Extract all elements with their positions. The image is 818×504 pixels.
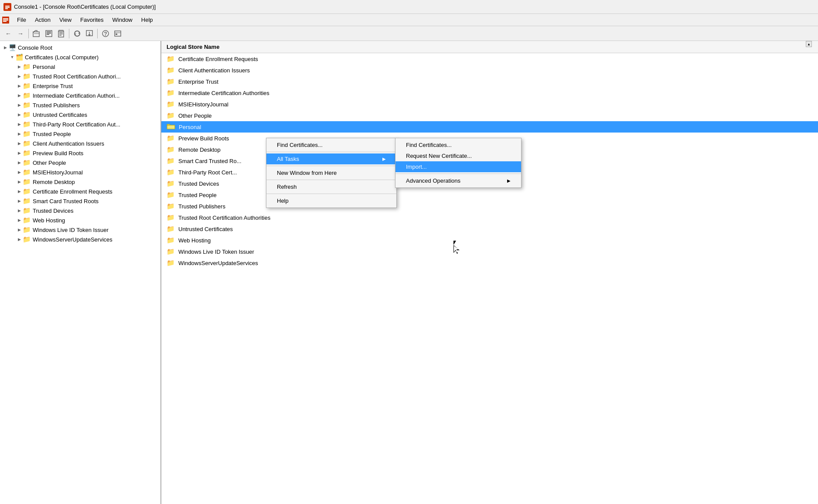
- ctx2-advanced-ops[interactable]: Advanced Operations ▶: [395, 175, 521, 186]
- tree-msie-history[interactable]: ▶ 📁 MSIEHistoryJournal: [0, 167, 160, 177]
- expand-wsus[interactable]: ▶: [16, 236, 23, 243]
- help-button[interactable]: ?: [100, 28, 111, 39]
- tree-wsus[interactable]: ▶ 📁 WindowsServerUpdateServices: [0, 235, 160, 244]
- expand-trusted-root[interactable]: ▶: [16, 73, 23, 80]
- right-list-personal[interactable]: Personal: [161, 121, 818, 133]
- export-button[interactable]: [84, 28, 95, 39]
- tree-trusted-publishers[interactable]: ▶ 📁 Trusted Publishers: [0, 100, 160, 110]
- svg-rect-7: [3, 21, 7, 22]
- ctx-refresh[interactable]: Refresh: [266, 181, 396, 192]
- tree-trusted-devices[interactable]: ▶ 📁 Trusted Devices: [0, 206, 160, 215]
- expand-console-root[interactable]: ▶: [2, 44, 9, 51]
- svg-rect-15: [59, 32, 63, 33]
- console-button[interactable]: [112, 28, 123, 39]
- clipboard-button[interactable]: [55, 28, 67, 39]
- back-button[interactable]: ←: [3, 28, 14, 39]
- certificates-label: Certificates (Local Computer): [25, 54, 99, 61]
- menu-action[interactable]: Action: [31, 15, 55, 25]
- tree-untrusted-certs[interactable]: ▶ 📁 Untrusted Certificates: [0, 110, 160, 119]
- expand-personal[interactable]: ▶: [16, 63, 23, 70]
- expand-trusted-devices[interactable]: ▶: [16, 207, 23, 214]
- tree-remote-desktop[interactable]: ▶ 📁 Remote Desktop: [0, 177, 160, 187]
- ctx-separator-4: [266, 194, 396, 194]
- ctx-separator-3: [266, 180, 396, 180]
- expand-remote-desktop[interactable]: ▶: [16, 178, 23, 185]
- scroll-up-button[interactable]: ▲: [806, 41, 812, 47]
- folder-icon-trusted-devices: 📁: [167, 180, 175, 187]
- tree-trusted-publishers-label: Trusted Publishers: [33, 102, 80, 109]
- menu-window[interactable]: Window: [109, 15, 136, 25]
- ctx2-import[interactable]: Import...: [395, 161, 521, 172]
- tree-enterprise-trust[interactable]: ▶ 📁 Enterprise Trust: [0, 81, 160, 91]
- folder-icon-third-party: 📁: [167, 168, 175, 176]
- expand-windows-live-id[interactable]: ▶: [16, 226, 23, 233]
- ctx-new-window[interactable]: New Window from Here: [266, 167, 396, 178]
- tree-other-people[interactable]: ▶ 📁 Other People: [0, 158, 160, 167]
- tree-personal[interactable]: ▶ 📁 Personal: [0, 62, 160, 72]
- svg-rect-1: [5, 6, 10, 7]
- tree-web-hosting-label: Web Hosting: [33, 217, 65, 224]
- right-list-trusted-publishers[interactable]: 📁 Trusted Publishers: [161, 201, 818, 212]
- expand-cert-enrollment[interactable]: ▶: [16, 188, 23, 195]
- refresh-button[interactable]: [72, 28, 83, 39]
- right-list-client-auth[interactable]: 📁 Client Authentication Issuers: [161, 65, 818, 76]
- ctx2-request-new-cert[interactable]: Request New Certificate...: [395, 150, 521, 161]
- expand-msie-history[interactable]: ▶: [16, 169, 23, 176]
- expand-web-hosting[interactable]: ▶: [16, 217, 23, 224]
- folder-icon-personal-selected: [167, 123, 175, 131]
- tree-client-auth-issuers[interactable]: ▶ 📁 Client Authentication Issuers: [0, 139, 160, 148]
- tree-intermediate-ca[interactable]: ▶ 📁 Intermediate Certification Authori..…: [0, 91, 160, 100]
- right-list-wsus[interactable]: 📁 WindowsServerUpdateServices: [161, 257, 818, 269]
- expand-trusted-people[interactable]: ▶: [16, 130, 23, 137]
- menu-file[interactable]: File: [13, 15, 30, 25]
- right-list-enterprise-trust[interactable]: 📁 Enterprise Trust: [161, 76, 818, 87]
- tree-trusted-people[interactable]: ▶ 📁 Trusted People: [0, 129, 160, 139]
- right-list-msie[interactable]: 📁 MSIEHistoryJournal: [161, 99, 818, 110]
- folder-icon-smart-card: 📁: [167, 157, 175, 165]
- right-list-cert-enrollment[interactable]: 📁 Certificate Enrollment Requests: [161, 53, 818, 65]
- tree-smart-card-trusted-roots[interactable]: ▶ 📁 Smart Card Trusted Roots: [0, 196, 160, 206]
- expand-certificates[interactable]: ▼: [9, 54, 16, 61]
- right-list-other-people[interactable]: 📁 Other People: [161, 110, 818, 121]
- expand-enterprise-trust[interactable]: ▶: [16, 82, 23, 89]
- tree-preview-build-roots[interactable]: ▶ 📁 Preview Build Roots: [0, 148, 160, 158]
- tree-console-root[interactable]: ▶ 🖥️ Console Root: [0, 43, 160, 52]
- tree-web-hosting[interactable]: ▶ 📁 Web Hosting: [0, 215, 160, 225]
- right-list-intermediate-ca[interactable]: 📁 Intermediate Certification Authorities: [161, 87, 818, 99]
- right-list-web-hosting[interactable]: 📁 Web Hosting: [161, 235, 818, 246]
- svg-rect-27: [116, 34, 117, 35]
- ctx-all-tasks[interactable]: All Tasks ▶: [266, 153, 396, 164]
- tree-third-party-root[interactable]: ▶ 📁 Third-Party Root Certification Aut..…: [0, 119, 160, 129]
- ctx2-find-certs[interactable]: Find Certificates...: [395, 140, 521, 150]
- right-list-trusted-root-ca[interactable]: 📁 Trusted Root Certification Authorities: [161, 212, 818, 223]
- tree-windows-live-id[interactable]: ▶ 📁 Windows Live ID Token Issuer: [0, 225, 160, 235]
- tree-certificates[interactable]: ▼ 🗂️ Certificates (Local Computer): [0, 52, 160, 62]
- menu-favorites[interactable]: Favorites: [76, 15, 107, 25]
- right-list-trusted-people[interactable]: 📁 Trusted People: [161, 189, 818, 201]
- menu-help[interactable]: Help: [137, 15, 157, 25]
- expand-other-people[interactable]: ▶: [16, 159, 23, 166]
- tree-wsus-label: WindowsServerUpdateServices: [33, 236, 112, 243]
- expand-smart-card-trusted-roots[interactable]: ▶: [16, 198, 23, 204]
- separator-1: [28, 29, 29, 38]
- right-list-win-live-id[interactable]: 📁 Windows Live ID Token Issuer: [161, 246, 818, 257]
- tree-third-party-root-label: Third-Party Root Certification Aut...: [33, 121, 120, 128]
- right-panel-header: Logical Store Name: [161, 41, 818, 53]
- menu-view[interactable]: View: [55, 15, 75, 25]
- expand-trusted-publishers[interactable]: ▶: [16, 102, 23, 109]
- ctx-find-certificates[interactable]: Find Certificates...: [266, 140, 396, 150]
- forward-button[interactable]: →: [15, 28, 26, 39]
- expand-third-party-root[interactable]: ▶: [16, 121, 23, 128]
- expand-intermediate-ca[interactable]: ▶: [16, 92, 23, 99]
- expand-preview-build-roots[interactable]: ▶: [16, 150, 23, 157]
- ctx-help[interactable]: Help: [266, 195, 396, 206]
- open-button[interactable]: [31, 28, 42, 39]
- expand-untrusted-certs[interactable]: ▶: [16, 111, 23, 118]
- new-button[interactable]: [43, 28, 55, 39]
- expand-client-auth-issuers[interactable]: ▶: [16, 140, 23, 147]
- tree-client-auth-issuers-label: Client Authentication Issuers: [33, 140, 104, 147]
- tree-trusted-root[interactable]: ▶ 📁 Trusted Root Certification Authori..…: [0, 72, 160, 81]
- tree-cert-enrollment[interactable]: ▶ 📁 Certificate Enrollment Requests: [0, 187, 160, 196]
- right-list-untrusted[interactable]: 📁 Untrusted Certificates: [161, 223, 818, 235]
- svg-rect-10: [47, 31, 51, 32]
